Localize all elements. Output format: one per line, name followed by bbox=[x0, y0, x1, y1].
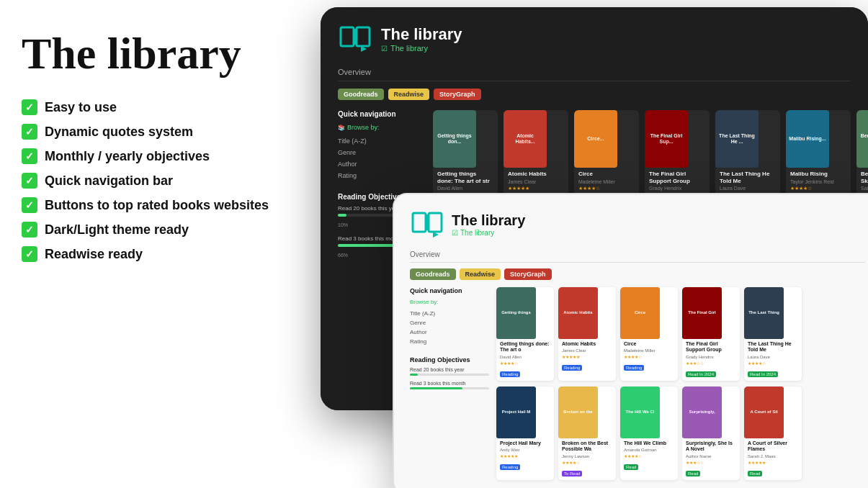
book-status-light[interactable]: Read In 2024 bbox=[686, 371, 716, 377]
book-status-light[interactable]: Reading bbox=[500, 371, 520, 377]
book-author: James Clear bbox=[508, 179, 564, 184]
book-cover-light-r2: Project Hail M bbox=[496, 387, 536, 438]
platform-buttons-dark: Goodreads Readwise StoryGraph bbox=[338, 89, 851, 100]
feature-label: Readwise ready bbox=[45, 247, 143, 262]
book-cover-light-r2: A Court of Sil bbox=[744, 387, 784, 438]
app-header-light: The library The library bbox=[410, 207, 865, 242]
book-author-light: Grady Hendrix bbox=[686, 355, 736, 359]
app-header-dark: The library The library bbox=[338, 22, 851, 56]
book-title: Malibu Rising bbox=[790, 171, 846, 178]
book-cover: Malibu Rising... bbox=[786, 110, 829, 168]
book-stars-light: ★★★★☆ bbox=[624, 354, 674, 359]
book-stars-light-r2: ★★★★☆ bbox=[562, 460, 612, 465]
book-status-light-r2[interactable]: Read bbox=[748, 471, 762, 476]
book-cover: Circe... bbox=[574, 110, 617, 168]
book-stars-light: ★★★★☆ bbox=[748, 361, 798, 366]
book-status-light-r2[interactable]: Reading bbox=[500, 464, 520, 470]
books-row-light: Getting things Getting things done: The … bbox=[496, 287, 865, 381]
check-icon: ✓ bbox=[22, 148, 37, 164]
progress-fill-2-light bbox=[410, 387, 462, 389]
book-stars-light-r2: ★★★★☆ bbox=[624, 453, 674, 458]
feature-item: ✓Dark/Light theme ready bbox=[22, 222, 281, 238]
btn-storygraph-light[interactable]: StoryGraph bbox=[504, 268, 552, 280]
btn-readwise-light[interactable]: Readwise bbox=[460, 268, 501, 280]
book-info-light: Getting things done: The art o David All… bbox=[496, 339, 554, 381]
book-cover-light: Getting things bbox=[496, 287, 536, 339]
book-status-light[interactable]: Reading bbox=[624, 365, 644, 371]
book-title-light-r2: A Court of Silver Flames bbox=[748, 440, 798, 453]
check-icon: ✓ bbox=[22, 124, 37, 140]
app-title-light: The library bbox=[452, 212, 525, 229]
main-heading: The library bbox=[22, 29, 281, 78]
feature-label: Monthly / yearly objectives bbox=[45, 149, 210, 164]
browse-by-dark: Browse by: bbox=[338, 124, 424, 131]
nav-link-rating-light[interactable]: Rating bbox=[410, 337, 489, 346]
obj-item-2-light: Read 3 books this month bbox=[410, 381, 489, 389]
book-status-light-r2[interactable]: Read bbox=[686, 471, 700, 476]
book-title-light: The Final Girl Support Group bbox=[686, 341, 736, 353]
book-cover-light-r2: Surprisingly, bbox=[682, 387, 722, 438]
objectives-light: Reading Objectives Read 20 books this ye… bbox=[410, 356, 489, 389]
svg-rect-4 bbox=[429, 213, 442, 232]
book-stars-light-r2: ★★★★★ bbox=[748, 460, 798, 465]
nav-link-author-dark[interactable]: Author bbox=[338, 158, 424, 170]
browse-by-light: Browse by: bbox=[410, 299, 489, 305]
progress-fill-1-light bbox=[410, 374, 418, 376]
nav-link-genre-dark[interactable]: Genre bbox=[338, 147, 424, 158]
book-author: Taylor Jenkins Reid bbox=[790, 179, 846, 184]
progress-fill-2-dark bbox=[338, 244, 395, 247]
book-stars: ★★★★☆ bbox=[578, 186, 635, 191]
book-stars-light: ★★★☆☆ bbox=[686, 361, 736, 366]
btn-storygraph-dark[interactable]: StoryGraph bbox=[434, 89, 481, 100]
btn-goodreads-dark[interactable]: Goodreads bbox=[338, 89, 384, 100]
check-icon: ✓ bbox=[22, 197, 37, 213]
book-card-light[interactable]: Getting things Getting things done: The … bbox=[496, 287, 554, 381]
book-info-light: Circe Madeleine Miller ★★★★☆ Reading bbox=[620, 339, 678, 374]
btn-readwise-dark[interactable]: Readwise bbox=[388, 89, 430, 100]
left-panel: The library ✓Easy to use✓Dynamic quotes … bbox=[0, 0, 303, 488]
nav-link-title-light[interactable]: Title (A-Z) bbox=[410, 309, 489, 318]
book-status-light[interactable]: Reading bbox=[562, 365, 582, 371]
book-author: Madeleine Miller bbox=[578, 179, 635, 184]
book-cover: Getting things don... bbox=[433, 110, 476, 168]
nav-link-title-dark[interactable]: Title (A-Z) bbox=[338, 135, 424, 147]
book-card-light-row2[interactable]: Broken on the Broken on the Best Possibl… bbox=[558, 387, 616, 480]
btn-goodreads-light[interactable]: Goodreads bbox=[410, 268, 456, 280]
book-info-light: The Final Girl Support Group Grady Hendr… bbox=[682, 339, 740, 381]
book-author: Grady Hendrix bbox=[649, 186, 705, 191]
book-card-light-row2[interactable]: A Court of Sil A Court of Silver Flames … bbox=[744, 387, 802, 480]
book-card-light[interactable]: Circe Circe Madeleine Miller ★★★★☆ Readi… bbox=[620, 287, 678, 381]
overview-tab-light: Overview bbox=[410, 250, 865, 263]
book-card-light[interactable]: The Final Girl The Final Girl Support Gr… bbox=[682, 287, 740, 381]
book-author-light-r2: Andy Weir bbox=[500, 448, 550, 452]
book-card-light-row2[interactable]: Surprisingly, Surprisingly, She Is A Nov… bbox=[682, 387, 740, 480]
book-info-light-r2: The Hill We Climb Amanda Gorman ★★★★☆ Re… bbox=[620, 438, 678, 474]
nav-link-genre-light[interactable]: Genre bbox=[410, 318, 489, 327]
book-author-light: Madeleine Miller bbox=[624, 348, 674, 353]
book-card-light-row2[interactable]: Project Hail M Project Hail Mary Andy We… bbox=[496, 387, 554, 480]
check-icon: ✓ bbox=[22, 99, 37, 115]
light-device: The library The library Overview Goodrea… bbox=[393, 193, 868, 488]
book-card-light[interactable]: The Last Thing The Last Thing He Told Me… bbox=[744, 287, 802, 381]
progress-pct-2-dark: 66% bbox=[338, 253, 348, 258]
book-author-light-r2: Author Name bbox=[686, 454, 736, 458]
book-stars-light-r2: ★★★☆☆ bbox=[686, 460, 736, 465]
book-card-light-row2[interactable]: The Hill We Cl The Hill We Climb Amanda … bbox=[620, 387, 678, 480]
book-stars: ★★★★★ bbox=[508, 186, 564, 191]
nav-link-rating-dark[interactable]: Rating bbox=[338, 170, 424, 181]
book-author: Laura Dave bbox=[720, 186, 776, 191]
book-info-light: The Last Thing He Told Me Laura Dave ★★★… bbox=[744, 339, 802, 381]
overview-tab-dark: Overview bbox=[338, 68, 851, 81]
check-icon: ✓ bbox=[22, 246, 37, 262]
book-cover-light: The Last Thing bbox=[744, 287, 784, 339]
nav-link-author-light[interactable]: Author bbox=[410, 327, 489, 337]
book-status-light-r2[interactable]: To Read bbox=[562, 471, 582, 476]
book-author: David Allen bbox=[437, 186, 493, 191]
progress-fill-1-dark bbox=[338, 214, 346, 217]
obj-item-1-light: Read 20 books this year bbox=[410, 367, 489, 376]
book-status-light[interactable]: Read In 2024 bbox=[748, 371, 778, 377]
book-title: Circe bbox=[578, 171, 635, 178]
book-card-light[interactable]: Atomic Habits Atomic Habits James Clear … bbox=[558, 287, 616, 381]
book-status-light-r2[interactable]: Read bbox=[624, 464, 638, 470]
book-stars-light: ★★★★★ bbox=[562, 354, 612, 359]
